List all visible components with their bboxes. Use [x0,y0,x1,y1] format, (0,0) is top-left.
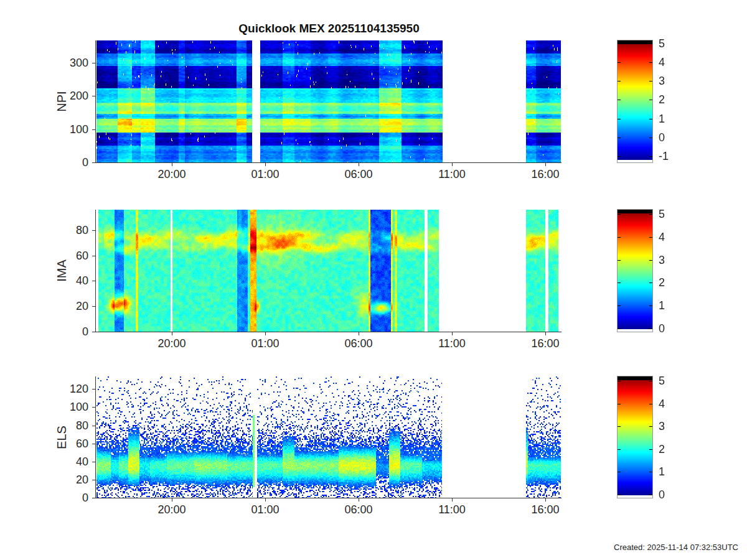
y-tickmark [92,389,96,390]
colorbar-frame [617,40,653,163]
npi-axis-label: NPI [55,91,69,111]
colorbar-tick-label: 2 [659,93,665,106]
colorbar-frame [617,209,653,332]
colorbar-tick-label: 4 [659,231,665,244]
x-tickmark [452,163,453,166]
x-tick-label: 06:00 [337,168,380,181]
x-tick-label: 01:00 [243,503,287,516]
x-tick-label: 20:00 [150,503,194,516]
x-tickmark [172,163,172,166]
x-tickmark [545,332,546,335]
y-tick-label: 20 [45,474,88,487]
els-spectrogram-canvas [96,376,561,498]
colorbar-tick-label: 3 [659,75,665,88]
x-tickmark [265,332,266,335]
ima-axis-label: IMA [55,259,69,282]
y-tickmark [92,444,96,444]
x-tickmark [359,498,359,502]
y-tickmark [92,480,96,480]
y-tick-label: 40 [45,455,88,469]
x-tick-label: 11:00 [430,168,474,181]
y-tickmark [92,426,96,426]
x-tickmark [545,498,546,502]
y-tickmark [92,407,96,408]
y-tickmark [92,230,96,231]
y-tickmark [92,498,96,498]
x-tickmark [265,163,266,166]
x-tickmark [265,498,266,502]
y-tick-label: 20 [45,300,88,313]
y-tick-label: 300 [45,57,88,70]
y-tickmark [92,63,96,63]
y-tick-label: 0 [45,325,88,338]
x-tick-label: 11:00 [430,337,474,350]
x-tickmark [545,163,546,166]
ima-spectrogram-canvas [96,210,561,332]
colorbar-tick-label: 1 [659,465,665,478]
colorbar-tick-label: 3 [659,420,665,433]
colorbar-tick-label: 3 [659,254,665,267]
y-tickmark [92,162,96,163]
x-tickmark [359,163,359,166]
x-tickmark [452,332,453,335]
x-tick-label: 01:00 [243,168,287,181]
colorbar-tick-label: 1 [659,113,665,126]
colorbar-tick-label: 0 [659,488,665,502]
x-tick-label: 16:00 [524,168,567,181]
colorbar-tick-label: 5 [659,208,665,221]
x-tick-label: 11:00 [430,503,474,516]
colorbar-tick-label: 0 [659,131,665,144]
x-tick-label: 06:00 [337,337,380,350]
y-tick-label: 100 [45,401,88,414]
x-tick-label: 16:00 [524,503,567,516]
y-tickmark [92,462,96,462]
quicklook-figure: Quicklook MEX 20251104135950 Created: 20… [0,0,747,560]
x-axis-line [95,332,561,332]
colorbar-tick-label: 2 [659,443,665,456]
x-tickmark [452,498,453,502]
y-tick-label: 80 [45,224,88,237]
colorbar-tick-label: 2 [659,276,665,289]
y-axis-line [95,210,96,332]
x-tickmark [172,332,172,335]
y-tickmark [92,281,96,281]
x-axis-line [95,162,561,163]
y-tickmark [92,306,96,307]
y-tickmark [92,129,96,130]
els-axis-label: ELS [55,426,69,449]
y-tickmark [92,256,96,256]
colorbar-tick-label: -1 [659,150,669,163]
y-axis-line [95,40,96,163]
x-tick-label: 20:00 [150,337,194,350]
x-tick-label: 20:00 [150,168,194,181]
x-tick-label: 06:00 [337,503,380,516]
y-tick-label: 0 [45,156,88,169]
y-tick-label: 0 [45,492,88,505]
colorbar-tick-label: 4 [659,56,665,69]
colorbar-tick-label: 0 [659,322,665,335]
x-axis-line [95,498,561,498]
x-tickmark [172,498,172,502]
x-tick-label: 01:00 [243,337,287,350]
created-timestamp: Created: 2025-11-14 07:32:53UTC [614,543,738,552]
y-tick-label: 100 [45,123,88,136]
y-tickmark [92,332,96,332]
colorbar-tick-label: 4 [659,398,665,411]
colorbar-frame [617,376,653,498]
y-tick-label: 120 [45,383,88,396]
colorbar-tick-label: 5 [659,375,665,388]
figure-title: Quicklook MEX 20251104135950 [96,22,561,35]
colorbar-tick-label: 5 [659,37,665,50]
npi-spectrogram-canvas [96,40,561,162]
x-tickmark [359,332,359,335]
x-tick-label: 16:00 [524,337,567,350]
y-tickmark [92,96,96,96]
colorbar-tick-label: 1 [659,299,665,312]
